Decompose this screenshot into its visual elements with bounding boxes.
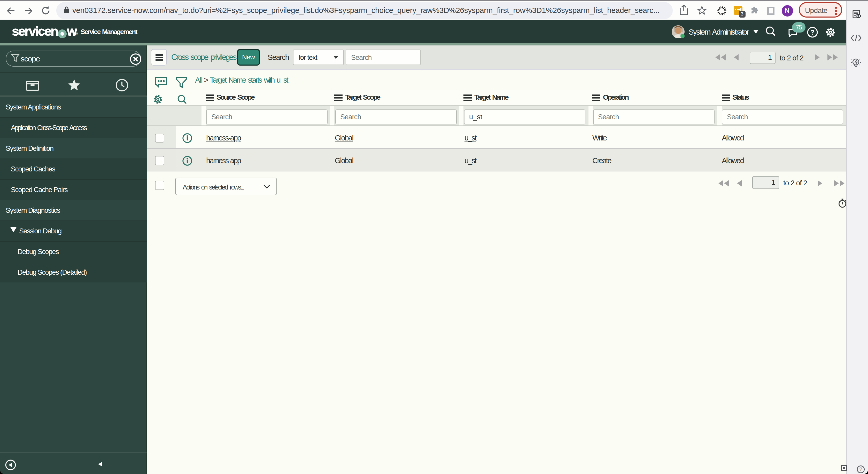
svg-text:?: ? <box>860 467 862 472</box>
svg-text:?: ? <box>810 28 814 36</box>
